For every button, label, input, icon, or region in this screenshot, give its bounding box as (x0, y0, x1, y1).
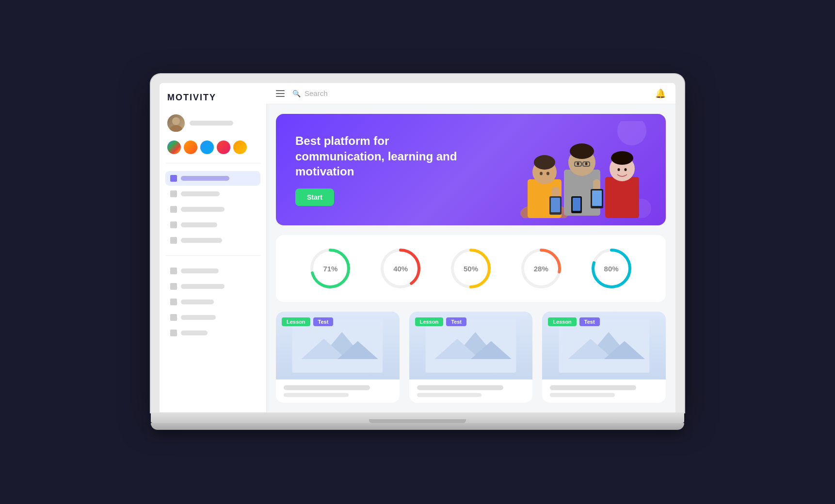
card-2-test-badge: Test (446, 317, 466, 326)
start-button[interactable]: Start (295, 189, 334, 206)
page-content: Best platform for communication, learnin… (266, 104, 675, 412)
circle-40-label: 40% (393, 265, 408, 273)
sidebar-label-messages (181, 222, 217, 227)
svg-point-15 (570, 143, 594, 159)
user-profile-area[interactable] (165, 112, 260, 134)
circle-28: 28% (519, 247, 563, 290)
help-icon (170, 330, 177, 336)
circle-50-label: 50% (464, 265, 478, 273)
sidebar-item-progress[interactable] (165, 233, 260, 248)
laptop-base (151, 412, 684, 423)
sidebar-divider-2 (165, 255, 260, 256)
circle-40: 40% (379, 247, 422, 290)
svg-point-1 (170, 125, 182, 132)
card-1-title (284, 385, 370, 390)
card-1-test-badge: Test (313, 317, 334, 326)
sidebar-item-assignments[interactable] (165, 202, 260, 217)
svg-point-19 (577, 162, 579, 165)
schedule-icon (170, 268, 177, 274)
svg-rect-24 (605, 177, 639, 218)
sidebar-item-help[interactable] (165, 326, 260, 340)
nav-section-primary (165, 171, 260, 248)
progress-icon (170, 237, 177, 244)
menu-toggle[interactable] (276, 90, 285, 97)
card-2-info (409, 379, 533, 403)
screen-bezel: MOTIVITY (151, 74, 684, 412)
card-2-subtitle (417, 393, 482, 397)
badge-5 (233, 141, 247, 154)
card-1-info (276, 379, 400, 403)
notification-bell-icon[interactable]: 🔔 (655, 88, 666, 99)
svg-rect-23 (592, 190, 602, 206)
progress-item-3: 50% (449, 247, 493, 290)
svg-point-9 (546, 172, 549, 175)
cards-section: Lesson Test (276, 312, 666, 403)
svg-point-26 (611, 151, 633, 165)
sidebar-label-assignments (181, 207, 225, 212)
svg-point-7 (534, 155, 555, 170)
sidebar-item-messages[interactable] (165, 218, 260, 232)
sidebar-item-schedule[interactable] (165, 264, 260, 278)
community-icon (170, 283, 177, 290)
app-layout: MOTIVITY (160, 83, 675, 412)
sidebar-divider-1 (165, 163, 260, 163)
sidebar-label-courses (181, 191, 220, 196)
sidebar-label-community (181, 284, 225, 289)
main-content: 🔍 Search 🔔 Best platform for communicati… (266, 83, 675, 412)
progress-item-2: 40% (379, 247, 422, 290)
svg-rect-12 (551, 198, 560, 212)
badge-2 (184, 141, 197, 154)
sidebar-label-progress (181, 238, 222, 243)
laptop-device: MOTIVITY (151, 74, 684, 430)
card-2-lesson-badge: Lesson (415, 317, 444, 326)
card-3-lesson-badge: Lesson (548, 317, 577, 326)
hamburger-line-2 (276, 93, 285, 94)
assignments-icon (170, 206, 177, 213)
progress-section: 71% 40% (276, 235, 666, 302)
circle-80-label: 80% (604, 265, 619, 273)
courses-icon (170, 190, 177, 197)
sidebar: MOTIVITY (160, 83, 266, 412)
card-3-title (550, 385, 636, 390)
sidebar-label-resources (181, 299, 214, 304)
badge-3 (200, 141, 214, 154)
circle-28-label: 28% (534, 265, 548, 273)
card-1-placeholder (288, 318, 387, 373)
card-3-placeholder (555, 318, 654, 373)
sidebar-item-settings[interactable] (165, 310, 260, 325)
card-1-subtitle (284, 393, 349, 397)
card-2-placeholder (421, 318, 520, 373)
app-logo: MOTIVITY (165, 91, 260, 107)
circle-71: 71% (308, 247, 352, 290)
card-2-image: Lesson Test (409, 312, 533, 379)
search-bar[interactable]: 🔍 Search (292, 89, 466, 97)
laptop-bottom (151, 423, 684, 430)
card-3-test-badge: Test (579, 317, 600, 326)
search-icon: 🔍 (292, 90, 301, 97)
card-1-lesson-badge: Lesson (282, 317, 310, 326)
badge-1 (167, 141, 181, 154)
card-2-title (417, 385, 503, 390)
course-card-2[interactable]: Lesson Test (409, 312, 533, 403)
badge-row (165, 140, 260, 155)
card-2-badges: Lesson Test (415, 317, 466, 326)
sidebar-item-resources[interactable] (165, 295, 260, 309)
svg-point-20 (585, 162, 588, 165)
sidebar-item-dashboard[interactable] (165, 171, 260, 186)
card-1-badges: Lesson Test (282, 317, 333, 326)
svg-point-27 (618, 168, 620, 171)
search-label[interactable]: Search (305, 89, 328, 97)
svg-rect-30 (573, 198, 580, 211)
svg-point-8 (540, 172, 543, 175)
course-card-1[interactable]: Lesson Test (276, 312, 400, 403)
sidebar-item-courses[interactable] (165, 187, 260, 201)
card-3-info (542, 379, 666, 403)
hero-title: Best platform for communication, learnin… (295, 133, 480, 179)
hamburger-line-1 (276, 90, 285, 91)
messages-icon (170, 221, 177, 228)
course-card-3[interactable]: Lesson Test (542, 312, 666, 403)
sidebar-item-community[interactable] (165, 279, 260, 294)
hero-banner: Best platform for communication, learnin… (276, 114, 666, 225)
nav-section-secondary (165, 264, 260, 340)
hero-image-area (482, 114, 666, 225)
